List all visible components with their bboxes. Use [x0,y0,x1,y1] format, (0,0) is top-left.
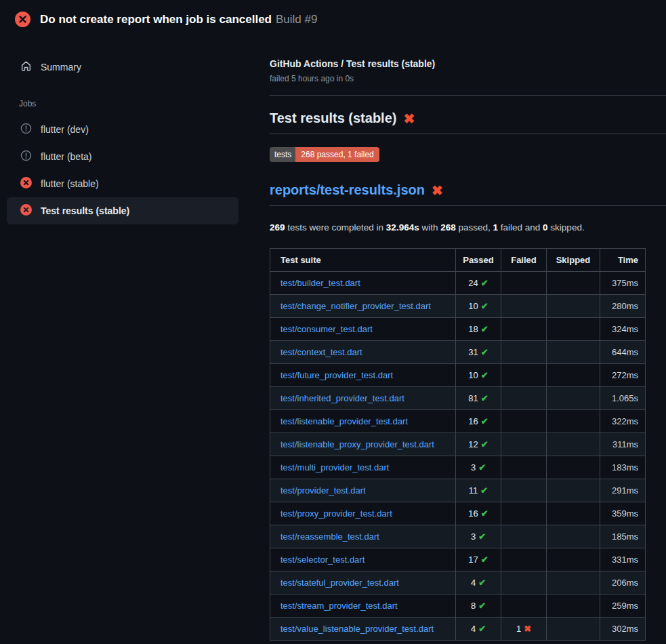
sidebar: Summary Jobs flutter (dev) flut [0,39,264,644]
suite-link[interactable]: test/listenable_provider_test.dart [280,416,408,426]
sidebar-item-flutter-dev[interactable]: flutter (dev) [0,116,264,143]
passed-cell: 81✔ [456,387,501,410]
time-cell: 311ms [600,433,646,456]
skipped-count: 0 [543,222,548,233]
suite-cell: test/value_listenable_provider_test.dart [270,618,456,641]
skipped-cell [547,318,600,341]
skipped-cell [547,341,600,364]
suite-cell: test/builder_test.dart [270,272,456,295]
suite-link[interactable]: test/reassemble_test.dart [280,531,379,542]
suite-link[interactable]: test/proxy_provider_test.dart [280,508,392,519]
skipped-cell [547,618,600,641]
check-icon: ✔ [481,508,488,519]
table-row: test/future_provider_test.dart 10✔ 272ms [270,364,646,387]
jobs-section-label: Jobs [0,96,264,112]
time-cell: 359ms [600,502,646,525]
suite-cell: test/listenable_provider_test.dart [270,410,456,433]
table-row: test/stateful_provider_test.dart 4✔ 206m… [270,571,646,595]
suite-link[interactable]: test/context_test.dart [280,347,362,357]
col-header-passed: Passed [456,249,501,272]
failed-cell [501,571,547,595]
suite-link[interactable]: test/stream_provider_test.dart [280,601,398,611]
suite-link[interactable]: test/multi_provider_test.dart [280,462,389,472]
check-icon: ✔ [481,439,488,449]
col-header-test-suite: Test suite [270,249,456,272]
failed-cell [501,410,547,433]
sidebar-item-label: flutter (dev) [41,124,89,135]
report-file-link[interactable]: reports/test-results.json [270,182,425,198]
skipped-cell [547,272,600,295]
home-icon [20,60,32,74]
summary-text: failed and [498,222,543,233]
suite-cell: test/stateful_provider_test.dart [270,571,456,595]
failed-cell [501,525,547,548]
passed-cell: 18✔ [456,318,501,341]
suite-cell: test/proxy_provider_test.dart [270,502,456,525]
suite-link[interactable]: test/provider_test.dart [280,485,366,496]
x-circle-fill-icon [20,204,32,218]
check-icon: ✔ [478,531,486,542]
table-row: test/stream_provider_test.dart 8✔ 259ms [270,595,646,618]
failed-cell [501,595,547,618]
table-row: test/change_notifier_provider_test.dart … [270,295,646,318]
check-icon: ✔ [480,485,488,496]
suite-link[interactable]: test/future_provider_test.dart [280,370,393,380]
failed-cell [501,548,547,571]
suite-cell: test/inherited_provider_test.dart [270,387,456,410]
failed-cell [501,341,547,364]
skipped-cell [547,387,600,410]
sidebar-item-summary[interactable]: Summary [0,54,264,81]
skipped-cell [547,295,600,318]
failed-cell [501,387,547,410]
suite-link[interactable]: test/listenable_proxy_provider_test.dart [280,439,434,449]
summary-line: 269 tests were completed in 32.964s with… [270,222,666,233]
time-cell: 291ms [600,479,646,502]
build-failed-icon [15,12,30,27]
suite-cell: test/reassemble_test.dart [270,525,456,548]
skipped-cell [547,433,600,456]
suite-link[interactable]: test/builder_test.dart [280,278,360,288]
x-icon: ✖ [524,624,531,634]
time-cell: 185ms [600,525,646,548]
sidebar-item-label: Summary [41,62,81,73]
passed-cell: 8✔ [456,595,501,618]
col-header-failed: Failed [501,249,547,272]
passed-cell: 10✔ [456,295,501,318]
failed-cell [501,364,547,387]
sidebar-item-flutter-beta[interactable]: flutter (beta) [0,143,264,170]
sidebar-item-test-results-stable[interactable]: Test results (stable) [7,197,238,224]
sidebar-item-flutter-stable[interactable]: flutter (stable) [0,170,264,197]
summary-text: skipped. [548,222,585,233]
page-title: Do not create report when job is cancell… [40,13,272,26]
suite-link[interactable]: test/value_listenable_provider_test.dart [280,624,434,634]
skipped-cell [547,525,600,548]
tests-status-badge: tests 268 passed, 1 failed [270,147,379,162]
summary-text: tests were completed in [285,222,386,233]
table-header-row: Test suite Passed Failed Skipped Time [270,249,646,272]
suite-link[interactable]: test/consumer_test.dart [280,324,373,334]
badge-label: tests [270,147,295,162]
suite-link[interactable]: test/stateful_provider_test.dart [280,578,399,588]
suite-link[interactable]: test/change_notifier_provider_test.dart [280,301,431,311]
passed-cell: 31✔ [456,341,501,364]
suite-link[interactable]: test/inherited_provider_test.dart [280,393,404,403]
check-icon: ✔ [481,347,488,357]
passed-cell: 4✔ [456,618,501,641]
skipped-cell [547,456,600,479]
failed-cell [501,502,547,525]
passed-cell: 3✔ [456,525,501,548]
summary-text: passed, [456,222,493,233]
suite-cell: test/listenable_proxy_provider_test.dart [270,433,456,456]
passed-cell: 16✔ [456,410,501,433]
app-header: Do not create report when job is cancell… [0,0,666,39]
skipped-cell [547,548,600,571]
time-cell: 259ms [600,595,646,618]
check-icon: ✔ [478,624,486,634]
section-heading: Test results (stable) ✖ [270,110,666,134]
check-icon: ✔ [481,301,488,311]
suite-link[interactable]: test/selector_test.dart [280,555,365,565]
time-cell: 183ms [600,456,646,479]
badge-value: 268 passed, 1 failed [295,147,379,162]
alert-circle-icon [20,150,32,163]
table-row: test/context_test.dart 31✔ 644ms [270,341,646,364]
